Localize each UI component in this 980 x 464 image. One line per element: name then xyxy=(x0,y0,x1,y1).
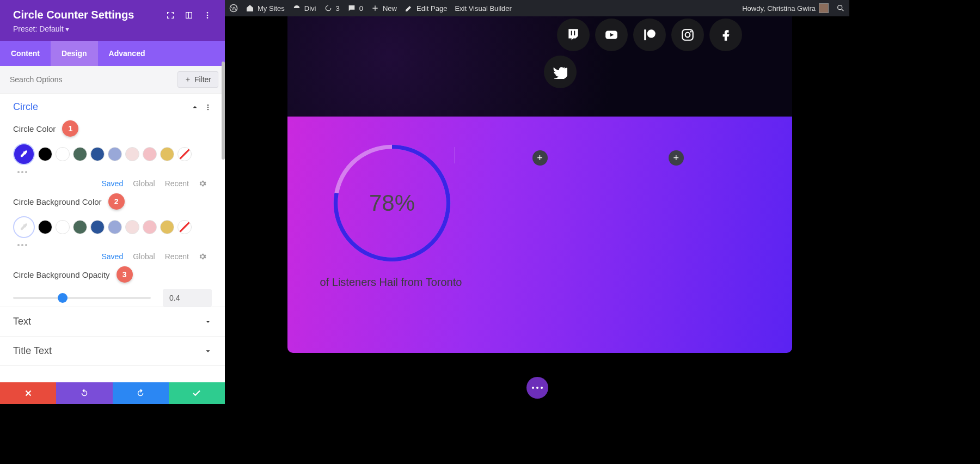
filter-button[interactable]: Filter xyxy=(177,71,218,88)
svg-point-7 xyxy=(838,5,842,10)
house-icon xyxy=(246,4,254,13)
svg-point-5 xyxy=(207,108,209,109)
patreon-icon xyxy=(642,28,657,42)
plus-icon xyxy=(371,4,379,13)
wp-logo[interactable] xyxy=(229,4,238,13)
gear-icon[interactable] xyxy=(199,253,206,260)
panel-header: Circle Counter Settings Preset: Default … xyxy=(0,0,225,41)
palette-recent[interactable]: Recent xyxy=(165,179,189,188)
circle-color-swatches xyxy=(13,143,212,165)
swatch-black[interactable] xyxy=(38,220,52,234)
eyedropper-button[interactable] xyxy=(13,143,35,165)
swatch-lilac[interactable] xyxy=(108,147,122,161)
social-icons-row xyxy=(557,19,742,51)
more-swatches-icon[interactable] xyxy=(17,169,29,175)
youtube-icon xyxy=(604,28,618,42)
chevron-up-icon xyxy=(191,103,199,111)
search-icon xyxy=(836,4,845,13)
swatch-pink[interactable] xyxy=(143,220,157,234)
opacity-slider[interactable] xyxy=(13,297,151,299)
youtube-link[interactable] xyxy=(595,19,628,51)
settings-panel: Circle Counter Settings Preset: Default … xyxy=(0,0,225,404)
canvas-area: My Sites Divi 3 0 New Edit Page Exit Vis… xyxy=(225,0,849,404)
gear-icon[interactable] xyxy=(199,180,206,187)
swatch-lilac[interactable] xyxy=(108,220,122,234)
circle-opacity-label: Circle Background Opacity xyxy=(13,270,110,279)
wp-admin-bar: My Sites Divi 3 0 New Edit Page Exit Vis… xyxy=(225,0,849,16)
accordion-title-text[interactable]: Title Text xyxy=(0,336,225,366)
panel-title: Circle Counter Settings xyxy=(13,9,166,21)
swatch-green[interactable] xyxy=(73,147,87,161)
columns-icon[interactable] xyxy=(185,11,193,20)
twitch-link[interactable] xyxy=(557,19,590,51)
circle-bg-color-label: Circle Background Color xyxy=(13,197,102,206)
palette-recent[interactable]: Recent xyxy=(165,252,189,261)
wordpress-icon xyxy=(229,4,238,13)
svg-point-1 xyxy=(207,14,209,16)
wp-exit-visual-builder[interactable]: Exit Visual Builder xyxy=(455,4,512,13)
swatch-transparent[interactable] xyxy=(177,220,192,234)
add-module-button[interactable]: + xyxy=(669,150,684,166)
wp-my-sites[interactable]: My Sites xyxy=(246,4,285,13)
wp-search[interactable] xyxy=(836,4,845,13)
circle-percent-text: 78% xyxy=(329,141,455,266)
page-preview: 78% of Listeners Hail from Toronto + + xyxy=(225,16,849,404)
wp-new[interactable]: New xyxy=(371,4,397,13)
swatch-blush[interactable] xyxy=(125,220,139,234)
section-header-circle[interactable]: Circle xyxy=(13,101,212,113)
plus-icon xyxy=(185,76,191,83)
save-button[interactable] xyxy=(169,382,225,404)
wp-updates[interactable]: 3 xyxy=(324,4,340,13)
patreon-link[interactable] xyxy=(633,19,666,51)
eyedropper-button[interactable] xyxy=(13,216,35,238)
undo-button[interactable] xyxy=(56,382,112,404)
preset-selector[interactable]: Preset: Default ▾ xyxy=(13,25,212,33)
instagram-link[interactable] xyxy=(671,19,704,51)
wp-comments[interactable]: 0 xyxy=(347,4,363,13)
palette-saved[interactable]: Saved xyxy=(101,179,123,188)
facebook-link[interactable] xyxy=(709,19,742,51)
expand-icon[interactable] xyxy=(166,11,175,20)
more-swatches-icon[interactable] xyxy=(17,242,29,248)
wp-site-name[interactable]: Divi xyxy=(292,4,316,13)
redo-icon xyxy=(136,388,145,398)
more-icon[interactable] xyxy=(203,11,212,20)
swatch-blush[interactable] xyxy=(125,147,139,161)
annotation-badge-2: 2 xyxy=(108,193,125,210)
palette-saved[interactable]: Saved xyxy=(101,252,123,261)
tabs: Content Design Advanced xyxy=(0,41,225,66)
swatch-gold[interactable] xyxy=(160,147,174,161)
swatch-transparent[interactable] xyxy=(177,147,192,161)
bottom-actions xyxy=(0,382,225,404)
eyedropper-icon xyxy=(19,222,29,232)
builder-menu-fab[interactable] xyxy=(526,377,548,399)
palette-global[interactable]: Global xyxy=(133,252,155,261)
twitter-link[interactable] xyxy=(544,56,577,88)
swatch-gold[interactable] xyxy=(160,220,174,234)
eyedropper-icon xyxy=(19,149,29,159)
palette-global[interactable]: Global xyxy=(133,179,155,188)
swatch-pink[interactable] xyxy=(143,147,157,161)
filter-label: Filter xyxy=(194,75,211,84)
swatch-black[interactable] xyxy=(38,147,52,161)
redo-button[interactable] xyxy=(113,382,169,404)
swatch-white[interactable] xyxy=(56,147,70,161)
swatch-navy[interactable] xyxy=(90,220,105,234)
chevron-down-icon xyxy=(204,318,212,326)
tab-content[interactable]: Content xyxy=(0,41,51,66)
search-input[interactable] xyxy=(7,73,177,86)
wp-edit-page[interactable]: Edit Page xyxy=(405,4,447,13)
swatch-green[interactable] xyxy=(73,220,87,234)
more-icon[interactable] xyxy=(204,103,212,111)
accordion-text[interactable]: Text xyxy=(0,307,225,336)
discard-button[interactable] xyxy=(0,382,56,404)
tab-design[interactable]: Design xyxy=(51,41,98,66)
swatch-white[interactable] xyxy=(56,220,70,234)
tab-advanced[interactable]: Advanced xyxy=(98,41,156,66)
slider-thumb[interactable] xyxy=(58,293,68,303)
circle-counter-module[interactable]: 78% xyxy=(329,141,455,266)
swatch-navy[interactable] xyxy=(90,147,105,161)
wp-howdy[interactable]: Howdy, Christina Gwira xyxy=(742,3,829,13)
opacity-value[interactable]: 0.4 xyxy=(163,289,212,307)
add-module-button[interactable]: + xyxy=(532,150,548,166)
